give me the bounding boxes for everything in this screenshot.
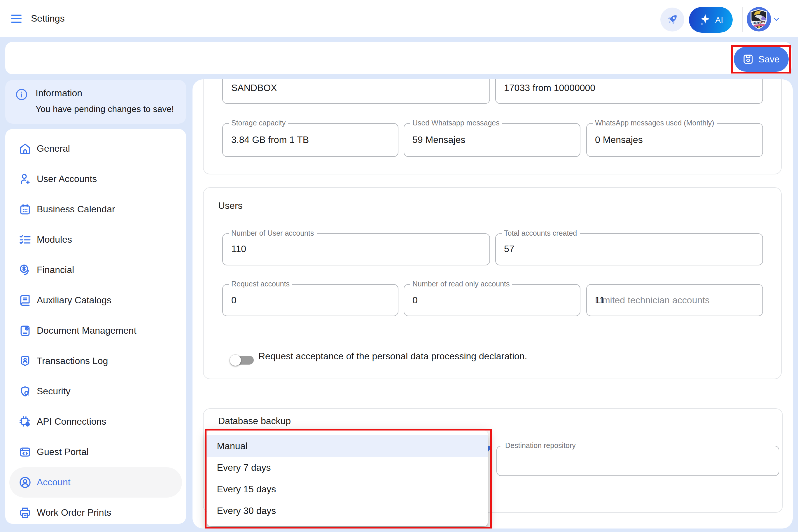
storage-capacity-field[interactable]: Storage capacity 3.84 GB from 1 TB <box>222 123 398 157</box>
sidebar-item-icon <box>19 355 32 367</box>
sidebar-item-document-management[interactable]: Document Management <box>10 316 182 346</box>
ai-button-label: AI <box>715 15 723 24</box>
user-accounts-label: Number of User accounts <box>229 229 317 238</box>
total-accounts-field[interactable]: Total accounts created 57 <box>495 233 763 265</box>
sidebar-item-icon <box>19 142 32 155</box>
sidebar-item-general[interactable]: General <box>10 134 182 164</box>
sidebar-item-label: User Accounts <box>37 174 97 184</box>
sidebar-item-label: Security <box>37 386 71 397</box>
data-processing-toggle[interactable] <box>230 350 258 370</box>
sidebar-item-api-connections[interactable]: API Connections <box>10 406 182 437</box>
info-icon <box>15 88 27 100</box>
sidebar-item-label: API Connections <box>37 417 106 427</box>
readonly-accounts-label: Number of read only accounts <box>410 280 512 289</box>
whatsapp-monthly-value: 0 Mensajes <box>595 135 643 145</box>
info-banner: Information You have pending changes to … <box>5 80 186 124</box>
sidebar-item-business-calendar[interactable]: Business Calendar <box>10 194 182 225</box>
info-banner-message: You have pending changes to save! <box>36 103 174 114</box>
sidebar-item-icon <box>19 203 32 216</box>
used-whatsapp-label: Used Whatsapp messages <box>410 119 502 128</box>
request-accounts-label: Request accounts <box>229 280 292 289</box>
user-accounts-value: 110 <box>231 244 246 254</box>
sidebar-item-label: Guest Portal <box>37 447 89 457</box>
sidebar-item-security[interactable]: Security <box>10 376 182 406</box>
request-accounts-value: 0 <box>231 295 236 305</box>
ai-button[interactable]: AI <box>689 7 733 33</box>
used-whatsapp-field[interactable]: Used Whatsapp messages 59 Mensajes <box>403 123 580 157</box>
rocket-icon <box>665 12 679 26</box>
limited-technician-placeholder: Limited technician accounts <box>595 295 710 305</box>
users-section-title: Users <box>218 200 243 211</box>
annotation-rect-dropdown <box>205 429 492 528</box>
topbar-divider <box>742 7 742 32</box>
sidebar-item-icon <box>19 294 32 307</box>
sidebar-item-modules[interactable]: Modules <box>10 225 182 255</box>
sidebar-item-label: General <box>37 144 70 154</box>
sparkle-icon <box>698 12 713 27</box>
sidebar-item-label: Transactions Log <box>37 356 108 366</box>
sidebar-item-icon <box>19 446 32 458</box>
storage-capacity-value: 3.84 GB from 1 TB <box>231 135 309 145</box>
data-processing-toggle-label: Request acceptance of the personal data … <box>259 350 527 361</box>
sidebar-item-guest-portal[interactable]: Guest Portal <box>10 437 182 467</box>
limited-technician-field[interactable]: Limited technician accounts 11 <box>586 284 763 316</box>
messages-quota-field[interactable]: 17033 from 10000000 <box>495 79 763 103</box>
sidebar-item-icon <box>19 385 32 398</box>
user-accounts-field[interactable]: Number of User accounts 110 <box>222 233 490 265</box>
sidebar-item-user-accounts[interactable]: User Accounts <box>10 164 182 194</box>
sidebar-item-icon <box>19 264 32 277</box>
storage-capacity-label: Storage capacity <box>229 119 288 128</box>
sidebar-item-label: Document Management <box>37 325 136 336</box>
sidebar-item-label: Work Order Prints <box>37 508 111 518</box>
used-whatsapp-value: 59 Mensajes <box>413 135 465 145</box>
annotation-rect-save <box>730 45 791 74</box>
sidebar-item-icon <box>19 415 32 428</box>
sidebar-item-label: Auxiliary Catalogs <box>37 295 111 306</box>
sidebar-item-label: Financial <box>37 265 74 276</box>
sidebar-item-icon <box>19 476 32 489</box>
sidebar-item-label: Business Calendar <box>37 204 115 215</box>
whatsapp-monthly-label: WhatsApp messages used (Monthly) <box>592 119 717 128</box>
database-section-title: Database backup <box>218 415 291 426</box>
readonly-accounts-field[interactable]: Number of read only accounts 0 <box>403 284 580 316</box>
sidebar-item-financial[interactable]: Financial <box>10 255 182 285</box>
sidebar-item-account[interactable]: Account <box>10 467 182 498</box>
destination-repository-field[interactable]: Destination repository <box>496 445 779 476</box>
menu-hamburger-icon[interactable] <box>11 14 22 22</box>
sidebar-item-work-order-prints[interactable]: Work Order Prints <box>10 498 182 528</box>
sidebar-item-transactions-log[interactable]: Transactions Log <box>10 346 182 376</box>
whatsapp-monthly-field[interactable]: WhatsApp messages used (Monthly) 0 Mensa… <box>586 123 763 157</box>
sidebar-item-icon <box>19 324 32 337</box>
sidebar-item-icon <box>19 173 32 186</box>
request-accounts-field[interactable]: Request accounts 0 <box>222 284 398 316</box>
total-accounts-label: Total accounts created <box>501 229 580 238</box>
sidebar-item-icon <box>19 233 32 246</box>
settings-page: Settings <box>0 0 798 532</box>
avatar[interactable]: HÉROES <box>747 7 771 32</box>
rocket-button[interactable] <box>660 7 684 31</box>
actions-toolbar <box>5 42 792 74</box>
top-app-bar: Settings <box>0 0 798 37</box>
sidebar-item-auxiliary-catalogs[interactable]: Auxiliary Catalogs <box>10 285 182 316</box>
info-banner-title: Information <box>36 88 82 99</box>
environment-field[interactable]: SANDBOX <box>222 79 490 103</box>
readonly-accounts-value: 0 <box>413 295 418 305</box>
destination-repository-label: Destination repository <box>502 441 578 450</box>
environment-value: SANDBOX <box>231 82 277 93</box>
sidebar-item-label: Modules <box>37 234 72 245</box>
total-accounts-value: 57 <box>504 244 514 254</box>
messages-quota-value: 17033 from 10000000 <box>504 82 595 93</box>
sidebar-item-label: Account <box>37 477 71 488</box>
page-title: Settings <box>31 13 65 24</box>
sidebar-item-icon <box>19 506 32 519</box>
settings-menu: GeneralUser AccountsBusiness CalendarMod… <box>5 129 186 524</box>
chevron-down-icon[interactable] <box>773 16 780 23</box>
limited-technician-value: 11 <box>595 295 605 305</box>
